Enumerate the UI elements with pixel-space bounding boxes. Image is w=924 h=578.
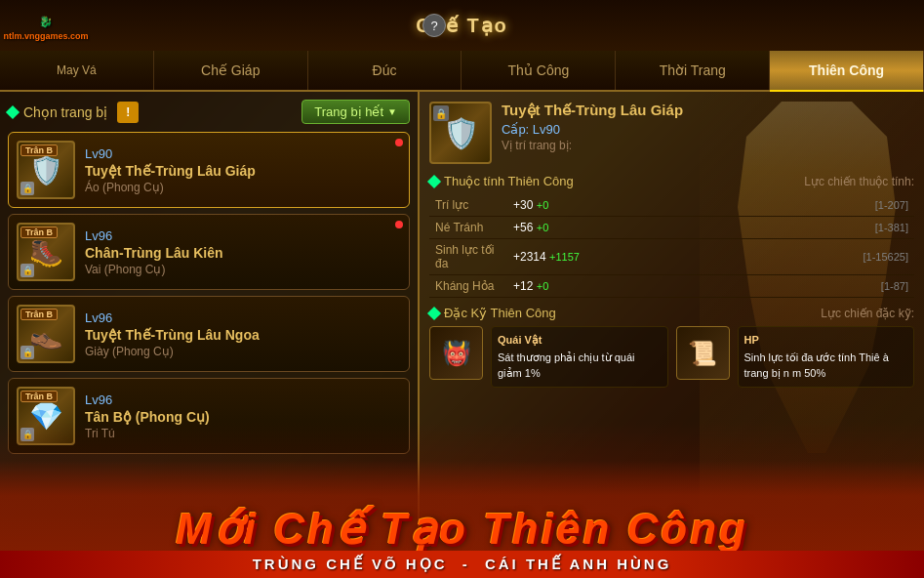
attr-range-2: [1-15625] [743, 239, 914, 275]
skills-title-text: Đặc Kỹ Thiên Công [444, 306, 556, 320]
tab-che-giap[interactable]: Chế Giáp [154, 51, 308, 90]
attr-name-3: Kháng Hỏa [429, 275, 507, 298]
notification-dot-1 [395, 139, 403, 146]
equipment-info-1: Lv90 Tuyệt Thế-Trùng Lâu Giáp Áo (Phong … [85, 146, 401, 194]
skill-icon-2: 📜 [688, 340, 717, 367]
lock-icon-4: 🔒 [20, 428, 34, 441]
attr-row-0: Trí lực +30 +0 [1-207] [429, 194, 914, 217]
equipment-item-2[interactable]: Trân B 🥾 🔒 Lv96 Chân-Trùng Lâu Kiên Vai … [8, 214, 410, 290]
dropdown-label: Trang bị hết [314, 104, 383, 119]
equipment-info-4: Lv96 Tân Bộ (Phong Cụ) Tri Tú [85, 392, 401, 440]
equipment-item-4[interactable]: Trân B 💎 🔒 Lv96 Tân Bộ (Phong Cụ) Tri Tú [8, 378, 410, 454]
equipment-type-1: Áo (Phong Cụ) [85, 181, 401, 194]
skill-label-2: HP [744, 333, 908, 348]
equipment-image-1: 🛡️ [29, 154, 63, 186]
panel-header: Chọn trang bị ! Trang bị hết ▼ [8, 100, 410, 124]
tab-duc[interactable]: Đúc [308, 51, 462, 90]
attr-name-2: Sinh lực tối đa [429, 239, 507, 275]
attr-bonus-0: +0 [537, 199, 549, 211]
equipment-level-3: Lv96 [85, 310, 401, 325]
equipment-type-3: Giày (Phong Cụ) [85, 345, 401, 358]
attr-row-2: Sinh lực tối đa +2314 +1157 [1-15625] [429, 239, 914, 275]
equipment-item-1[interactable]: Trân B 🛡️ 🔒 Lv90 Tuyệt Thế-Trùng Lâu Giá… [8, 132, 410, 208]
detail-icon-image: 🛡️ [443, 116, 479, 150]
tab-thu-cong[interactable]: Thủ Công [462, 51, 616, 90]
main-content: Chọn trang bị ! Trang bị hết ▼ Trân B 🛡️… [0, 92, 924, 578]
skill-item-1[interactable]: 👹 [429, 326, 483, 380]
equipment-name-3: Tuyệt Thế-Trùng Lâu Ngoa [85, 327, 401, 343]
detail-section: 🔒 🛡️ Tuyệt Thế-Trùng Lâu Giáp Cấp: Lv90 … [429, 102, 914, 388]
equipment-type-4: Tri Tú [85, 427, 401, 440]
attr-name-0: Trí lực [429, 194, 507, 217]
attributes-table: Trí lực +30 +0 [1-207] Né Tránh +56 +0 [429, 194, 914, 298]
rarity-badge-2: Trân B [20, 227, 58, 238]
attr-value-0: +30 +0 [507, 194, 743, 217]
equipment-image-3: 👞 [29, 318, 63, 351]
equipment-info-3: Lv96 Tuyệt Thế-Trùng Lâu Ngoa Giày (Phon… [85, 310, 401, 358]
attributes-combat-label: Lực chiến thuộc tính: [804, 175, 914, 188]
detail-title-area: Tuyệt Thế-Trùng Lâu Giáp Cấp: Lv90 Vị tr… [502, 102, 914, 152]
chevron-down-icon: ▼ [387, 106, 397, 117]
equipment-name-2: Chân-Trùng Lâu Kiên [85, 245, 401, 261]
detail-equipment-position: Vị trí trang bị: [502, 139, 914, 152]
attr-base-2: +2314 [513, 250, 546, 264]
equipment-name-4: Tân Bộ (Phong Cụ) [85, 409, 401, 425]
attr-bonus-1: +0 [537, 222, 549, 233]
detail-equipment-level: Cấp: Lv90 [502, 122, 914, 137]
notification-dot-2 [395, 221, 403, 228]
attr-bonus-2: +1157 [549, 251, 580, 263]
skill-desc-text-2: Sinh lực tối đa ước tính Thiê à trang bị… [744, 351, 908, 381]
skill-desc-text-1: Sát thương phải chịu từ quái giảm 1% [498, 351, 662, 381]
equipment-icon-4: Trân B 💎 🔒 [17, 387, 75, 445]
attr-range-0: [1-207] [743, 194, 914, 217]
attr-base-1: +56 [513, 221, 533, 234]
panel-header-left: Chọn trang bị ! [8, 102, 139, 123]
skill-desc-2: HP Sinh lực tối đa ước tính Thiê à trang… [738, 326, 915, 388]
equipment-item-3[interactable]: Trân B 👞 🔒 Lv96 Tuyệt Thế-Trùng Lâu Ngoa… [8, 296, 410, 372]
detail-equipment-icon: 🔒 🛡️ [429, 102, 492, 164]
detail-equipment-name: Tuyệt Thế-Trùng Lâu Giáp [502, 102, 914, 119]
attr-base-3: +12 [513, 279, 533, 293]
logo-subtitle: ntlm.vnggames.com [3, 31, 88, 41]
equipment-name-1: Tuyệt Thế-Trùng Lâu Giáp [85, 163, 401, 179]
diamond-icon-skills [427, 306, 441, 319]
equipment-level-4: Lv96 [85, 392, 401, 407]
right-panel: 🔒 🛡️ Tuyệt Thế-Trùng Lâu Giáp Cấp: Lv90 … [420, 92, 924, 578]
equipment-image-2: 🥾 [29, 236, 63, 268]
equipment-dropdown[interactable]: Trang bị hết ▼ [301, 100, 410, 124]
attr-bonus-3: +0 [537, 280, 549, 292]
skill-desc-1: Quái Vật Sát thương phải chịu từ quái gi… [491, 326, 668, 388]
attributes-title-text: Thuộc tính Thiên Công [444, 174, 574, 188]
equipment-icon-3: Trân B 👞 🔒 [17, 305, 75, 363]
skills-section-title: Đặc Kỹ Thiên Công Lực chiến đặc kỹ: [429, 306, 914, 320]
rarity-badge-4: Trân B [20, 391, 58, 402]
help-button[interactable]: ? [422, 14, 446, 37]
attributes-title-left: Thuộc tính Thiên Công [429, 174, 574, 188]
attr-value-2: +2314 +1157 [507, 239, 743, 275]
logo-text: 🐉 ntlm.vnggames.com [3, 16, 88, 41]
tab-navigation: May Vá Chế Giáp Đúc Thủ Công Thời Trang … [0, 51, 924, 92]
skills-title-left: Đặc Kỹ Thiên Công [429, 306, 556, 320]
equipment-image-4: 💎 [29, 400, 63, 433]
equipment-level-1: Lv90 [85, 146, 401, 161]
attr-value-3: +12 +0 [507, 275, 743, 298]
skill-items: 👹 Quái Vật Sát thương phải chịu từ quái … [429, 326, 914, 388]
attr-base-0: +30 [513, 198, 533, 212]
skill-item-2[interactable]: 📜 [676, 326, 730, 380]
attr-row-1: Né Tránh +56 +0 [1-381] [429, 217, 914, 239]
skills-combat-label: Lực chiến đặc kỹ: [821, 307, 914, 320]
equipment-icon-2: Trân B 🥾 🔒 [17, 223, 75, 281]
tab-thoi-trang[interactable]: Thời Trang [616, 51, 770, 90]
tab-thien-cong[interactable]: Thiên Công [770, 51, 924, 90]
tab-may-va[interactable]: May Vá [0, 51, 154, 90]
choose-equipment-label: Chọn trang bị [23, 104, 107, 120]
attr-row-3: Kháng Hỏa +12 +0 [1-87] [429, 275, 914, 298]
equipment-info-2: Lv96 Chân-Trùng Lâu Kiên Vai (Phong Cụ) [85, 228, 401, 276]
diamond-icon-attr [427, 174, 441, 187]
skill-icon-1: 👹 [442, 340, 471, 367]
attr-range-1: [1-381] [743, 217, 914, 239]
skill-label-1: Quái Vật [498, 333, 662, 348]
lock-icon-3: 🔒 [20, 346, 34, 359]
lock-icon-2: 🔒 [20, 264, 34, 277]
warning-icon[interactable]: ! [117, 102, 139, 123]
